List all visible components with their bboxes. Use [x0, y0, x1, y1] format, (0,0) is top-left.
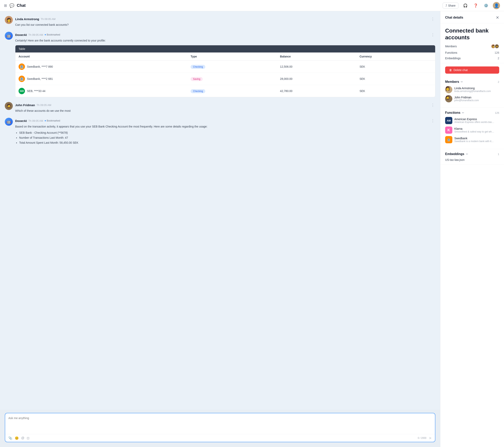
- member-item-linda: 👩 Linda Armstrong linda.armstrong@funand…: [445, 86, 499, 93]
- author-linda: Linda Armstrong: [15, 17, 39, 21]
- input-footer: 📎 😊 @ ⊡ 0 / 2000 ➤: [5, 434, 435, 442]
- badge-dot-1: [45, 34, 46, 35]
- input-toolbar: 📎 😊 @ ⊡: [8, 436, 29, 440]
- functions-section-title: Functions: [445, 111, 460, 115]
- embedding-item: US-tax-law.json: [445, 158, 499, 161]
- embeddings-section: Embeddings ✏ 1 US-tax-law.json: [440, 149, 504, 165]
- col-currency: Currency: [356, 53, 435, 61]
- author-ai1: DooerAI: [15, 33, 27, 36]
- message-group-linda: 👩 Linda Armstrong Th 09:05 AM ⋮ Can you …: [5, 16, 435, 27]
- type-badge-checking-1: Checking: [191, 65, 205, 69]
- message-header-linda: Linda Armstrong Th 09:05 AM ⋮: [15, 16, 435, 22]
- embeddings-edit-icon[interactable]: ✏: [466, 152, 468, 156]
- type-cell-2: Saving: [187, 73, 277, 85]
- message-menu-linda[interactable]: ⋮: [430, 16, 435, 22]
- main-layout: 👩 Linda Armstrong Th 09:05 AM ⋮ Can you …: [0, 11, 504, 447]
- klarna-desc: Smooothest & safest way to get what you.…: [454, 130, 494, 133]
- avatar-john: 🧔: [5, 102, 13, 110]
- mention-icon[interactable]: @: [21, 436, 24, 440]
- currency-cell-1: SEK: [356, 61, 435, 73]
- functions-count: 126: [495, 51, 499, 54]
- klarna-icon: K: [445, 126, 452, 134]
- member-info-john: John Fridman john@funandfacts.com: [454, 96, 479, 102]
- list-item: Number of Transactions Last Month: 47: [19, 135, 435, 140]
- right-panel: Chat details ✕ Connected bank accounts M…: [440, 11, 504, 447]
- message-menu-ai2[interactable]: ⋮: [430, 118, 435, 124]
- send-button[interactable]: ➤: [429, 436, 432, 440]
- members-count: 2: [498, 80, 499, 83]
- swedbank-info: Swedbank Swedbank is a modern bank with …: [454, 137, 494, 143]
- table-row: 🏦 Swedbank, ****7 890 Checking 12,506.00…: [15, 61, 435, 73]
- type-badge-checking-3: Checking: [191, 89, 205, 93]
- message-content-ai1: DooerAI Th 09:05 AM Bookmarked ⋮ Certain…: [15, 32, 435, 97]
- chat-bubble-icon: 💬: [9, 3, 14, 8]
- functions-label: Functions: [445, 51, 457, 54]
- list-item: Total Amount Spent Last Month: 58,450.00…: [19, 140, 435, 145]
- bank-accounts-table: Table Account Type Balance Currency: [15, 45, 435, 97]
- share-button[interactable]: ⤴ Share: [443, 3, 459, 9]
- embeddings-section-header: Embeddings ✏ 1: [445, 152, 499, 156]
- function-item-klarna: K Klarna Smooothest & safest way to get …: [445, 126, 499, 134]
- swedbank-func-icon: 🏦: [445, 136, 452, 143]
- embeddings-label: Embeddings: [445, 57, 461, 60]
- type-badge-saving: Saving: [191, 77, 203, 81]
- badge-dot-2: [45, 120, 46, 121]
- member-avatar-john: 🧔: [494, 44, 499, 49]
- balance-cell-1: 12,506.00: [277, 61, 356, 73]
- functions-section-header: Functions ✏ 126: [445, 111, 499, 115]
- message-menu-ai1[interactable]: ⋮: [430, 32, 435, 38]
- delete-chat-button[interactable]: 🗑 Delete chat: [445, 67, 499, 74]
- page-title: Chat: [17, 3, 26, 8]
- currency-cell-2: SEK: [356, 73, 435, 85]
- grid-icon[interactable]: ⊞: [4, 3, 7, 8]
- panel-main-heading: Connected bank accounts: [440, 23, 504, 41]
- member-info-linda: Linda Armstrong linda.armstrong@funandfa…: [454, 87, 491, 93]
- user-avatar[interactable]: 👤: [493, 2, 500, 9]
- trash-icon: 🗑: [449, 69, 452, 72]
- col-account: Account: [15, 53, 187, 61]
- message-text-john: Which of these accounts do we use the mo…: [15, 109, 435, 113]
- message-input[interactable]: [5, 413, 435, 433]
- time-john: Th 09:05 AM: [36, 104, 51, 107]
- embeddings-count-detail: 1: [498, 153, 499, 156]
- avatar-ai2: 🤖: [5, 118, 13, 126]
- close-panel-button[interactable]: ✕: [496, 15, 499, 20]
- message-header-john: John Fridman Th 09:05 AM ⋮: [15, 102, 435, 108]
- currency-cell-3: SEK: [356, 85, 435, 97]
- time-ai1: Th 09:05 AM: [28, 33, 43, 36]
- nav-left: ⊞ 💬 Chat: [4, 3, 443, 8]
- account-cell-2: 🏦 Swedbank, ****2 681: [15, 73, 187, 85]
- slash-command-icon[interactable]: ⊡: [27, 436, 29, 440]
- message-menu-john[interactable]: ⋮: [430, 102, 435, 108]
- emoji-icon[interactable]: 😊: [15, 436, 19, 440]
- message-text-linda: Can you list our connected bank accounts…: [15, 23, 435, 27]
- headset-icon-button[interactable]: 🎧: [462, 2, 469, 9]
- member-avatar-john-detail: 🧔: [445, 95, 452, 102]
- embeddings-count: 2: [498, 57, 499, 60]
- message-content-john: John Fridman Th 09:05 AM ⋮ Which of thes…: [15, 102, 435, 113]
- help-icon-button[interactable]: ❓: [472, 2, 479, 9]
- functions-count-detail: 126: [495, 111, 499, 114]
- functions-edit-icon[interactable]: ✏: [462, 111, 464, 114]
- members-section-title: Members: [445, 80, 459, 84]
- balance-cell-3: 42,780.00: [277, 85, 356, 97]
- avatar-ai1: 🤖: [5, 32, 13, 40]
- member-email-linda: linda.armstrong@funandfacts.com: [454, 90, 491, 93]
- list-item: SEB Bank - Checking Account (**5678): [19, 130, 435, 135]
- settings-icon-button[interactable]: ⚙️: [483, 2, 490, 9]
- bullet-list: SEB Bank - Checking Account (**5678) Num…: [15, 130, 435, 145]
- members-edit-icon[interactable]: ✏: [461, 80, 463, 83]
- members-label: Members: [445, 45, 457, 48]
- attachment-icon[interactable]: 📎: [8, 436, 12, 440]
- col-type: Type: [187, 53, 277, 61]
- amex-icon: AM: [445, 117, 452, 124]
- stat-row-functions: Functions 126: [445, 51, 499, 54]
- col-balance: Balance: [277, 53, 356, 61]
- accounts-table: Account Type Balance Currency: [15, 53, 435, 97]
- panel-header: Chat details ✕: [440, 11, 504, 23]
- swedbank-logo-2: 🏦: [18, 76, 25, 82]
- member-item-john: 🧔 John Fridman john@funandfacts.com: [445, 95, 499, 102]
- account-cell-3: SEB SEB, ****33 44: [15, 85, 187, 97]
- amex-name: American Express: [454, 118, 494, 121]
- member-avatars: 👩 🧔: [491, 44, 499, 49]
